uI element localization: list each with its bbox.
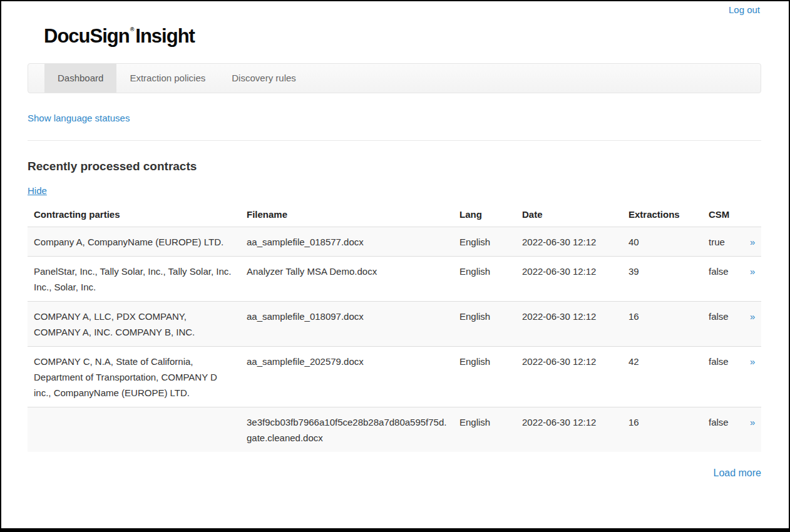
logo-brand: DocuSign [44, 25, 130, 47]
extractions-cell: 39 [622, 257, 702, 302]
logo-product: Insight [135, 25, 195, 47]
contracts-table-body: Company A, CompanyName (EUROPE) LTD. aa_… [28, 227, 761, 453]
lang-cell: English [453, 347, 516, 407]
extractions-cell: 16 [622, 302, 702, 347]
date-cell: 2022-06-30 12:12 [516, 407, 622, 453]
registered-trademark-icon: ® [130, 26, 135, 33]
column-header-contracting-parties: Contracting parties [28, 202, 240, 227]
contracting-parties-cell: COMPANY A, LLC, PDX COMPANY, COMPANY A, … [28, 302, 240, 347]
extractions-cell: 40 [622, 227, 702, 257]
lang-cell: English [453, 302, 516, 347]
tab-discovery-rules[interactable]: Discovery rules [218, 64, 309, 93]
detail-arrow-cell: » [744, 302, 761, 347]
filename-cell: Analyzer Tally MSA Demo.docx [240, 257, 453, 302]
contracting-parties-cell: PanelStar, Inc., Tally Solar, Inc., Tall… [28, 257, 240, 302]
table-row: PanelStar, Inc., Tally Solar, Inc., Tall… [28, 257, 761, 302]
lang-cell: English [453, 257, 516, 302]
table-row: 3e3f9cb03fb7966a10f5ce28b28a7d80a595f75d… [28, 407, 761, 453]
contracting-parties-cell: COMPANY C, N.A, State of California, Dep… [28, 347, 240, 407]
app-logo: DocuSign®Insight [44, 18, 761, 48]
tab-dashboard[interactable]: Dashboard [44, 64, 116, 93]
table-row: Company A, CompanyName (EUROPE) LTD. aa_… [28, 227, 761, 257]
extractions-cell: 16 [622, 407, 702, 453]
row-detail-arrow-icon[interactable]: » [750, 311, 755, 322]
date-cell: 2022-06-30 12:12 [516, 257, 622, 302]
date-cell: 2022-06-30 12:12 [516, 302, 622, 347]
hide-link[interactable]: Hide [28, 185, 47, 196]
table-row: COMPANY A, LLC, PDX COMPANY, COMPANY A, … [28, 302, 761, 347]
filename-cell: 3e3f9cb03fb7966a10f5ce28b28a7d80a595f75d… [240, 407, 453, 453]
csm-cell: false [702, 257, 744, 302]
column-header-csm: CSM [702, 202, 744, 227]
contracts-table-header: Contracting parties Filename Lang Date E… [28, 202, 761, 227]
column-header-detail [744, 202, 761, 227]
section-divider [28, 140, 761, 141]
load-more-row: Load more [28, 468, 761, 479]
tab-extraction-policies[interactable]: Extraction policies [116, 64, 218, 93]
tab-bar: Dashboard Extraction policies Discovery … [28, 63, 761, 93]
filename-cell: aa_samplefile_202579.docx [240, 347, 453, 407]
detail-arrow-cell: » [744, 407, 761, 453]
show-language-statuses-link[interactable]: Show language statuses [28, 113, 130, 123]
csm-cell: false [702, 302, 744, 347]
date-cell: 2022-06-30 12:12 [516, 347, 622, 407]
load-more-link[interactable]: Load more [714, 468, 762, 478]
contracts-table: Contracting parties Filename Lang Date E… [28, 202, 761, 452]
logout-link[interactable]: Log out [729, 4, 760, 15]
filename-cell: aa_samplefile_018097.docx [240, 302, 453, 347]
date-cell: 2022-06-30 12:12 [516, 227, 622, 257]
column-header-lang: Lang [453, 202, 516, 227]
extractions-cell: 42 [622, 347, 702, 407]
row-detail-arrow-icon[interactable]: » [750, 237, 755, 247]
column-header-extractions: Extractions [622, 202, 702, 227]
row-detail-arrow-icon[interactable]: » [750, 356, 755, 367]
contracting-parties-cell: Company A, CompanyName (EUROPE) LTD. [28, 227, 240, 257]
csm-cell: false [702, 347, 744, 407]
row-detail-arrow-icon[interactable]: » [750, 266, 755, 277]
row-detail-arrow-icon[interactable]: » [750, 417, 755, 427]
topbar: Log out [28, 1, 761, 16]
detail-arrow-cell: » [744, 227, 761, 257]
detail-arrow-cell: » [744, 347, 761, 407]
lang-cell: English [453, 407, 516, 453]
csm-cell: false [702, 407, 744, 453]
filename-cell: aa_samplefile_018577.docx [240, 227, 453, 257]
lang-cell: English [453, 227, 516, 257]
page: Log out DocuSign®Insight Dashboard Extra… [1, 1, 789, 479]
column-header-date: Date [516, 202, 622, 227]
column-header-filename: Filename [240, 202, 453, 227]
detail-arrow-cell: » [744, 257, 761, 302]
csm-cell: true [702, 227, 744, 257]
table-row: COMPANY C, N.A, State of California, Dep… [28, 347, 761, 407]
contracting-parties-cell [28, 407, 240, 453]
section-title: Recently processed contracts [28, 160, 761, 173]
